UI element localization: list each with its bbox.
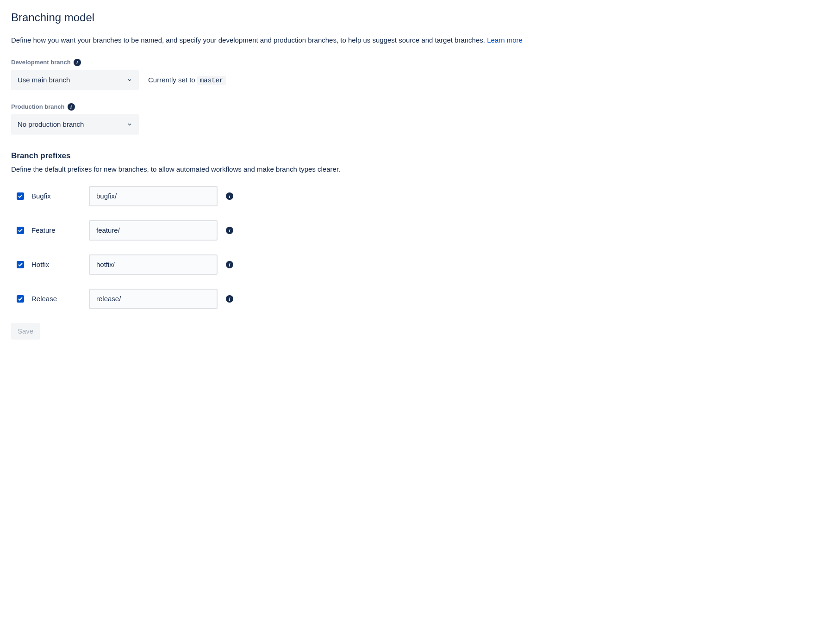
branch-prefixes-description: Define the default prefixes for new bran… xyxy=(11,165,824,173)
prefix-row-hotfix: Hotfix i xyxy=(11,254,824,275)
feature-checkbox[interactable] xyxy=(17,227,24,234)
save-button[interactable]: Save xyxy=(11,323,40,340)
development-branch-group: Development branch i Use main branch Cur… xyxy=(11,59,824,90)
prefix-row-bugfix: Bugfix i xyxy=(11,186,824,206)
prefix-row-release: Release i xyxy=(11,289,824,309)
development-branch-label-row: Development branch i xyxy=(11,59,824,66)
hotfix-checkbox[interactable] xyxy=(17,261,24,268)
currently-prefix: Currently set to xyxy=(148,76,197,84)
production-branch-selected: No production branch xyxy=(18,120,84,128)
hotfix-input[interactable] xyxy=(89,254,218,275)
bugfix-input[interactable] xyxy=(89,186,218,206)
feature-input[interactable] xyxy=(89,220,218,241)
production-branch-label-row: Production branch i xyxy=(11,103,824,111)
currently-value: master xyxy=(197,76,226,85)
currently-set-to: Currently set to master xyxy=(148,76,226,84)
development-branch-select[interactable]: Use main branch xyxy=(11,70,139,90)
info-icon[interactable]: i xyxy=(226,192,233,200)
learn-more-link[interactable]: Learn more xyxy=(487,36,523,44)
info-icon[interactable]: i xyxy=(226,295,233,303)
release-input[interactable] xyxy=(89,289,218,309)
development-branch-label: Development branch xyxy=(11,59,71,66)
production-branch-group: Production branch i No production branch xyxy=(11,103,824,135)
release-label: Release xyxy=(31,295,89,303)
info-icon[interactable]: i xyxy=(226,227,233,234)
bugfix-checkbox[interactable] xyxy=(17,192,24,200)
release-checkbox[interactable] xyxy=(17,295,24,303)
chevron-down-icon xyxy=(127,77,132,83)
prefix-list: Bugfix i Feature i Hotfix xyxy=(11,186,824,309)
info-icon[interactable]: i xyxy=(226,261,233,268)
prefix-row-feature: Feature i xyxy=(11,220,824,241)
bugfix-label: Bugfix xyxy=(31,192,89,200)
development-branch-selected: Use main branch xyxy=(18,76,70,84)
info-icon[interactable]: i xyxy=(68,103,75,111)
description-text: Define how you want your branches to be … xyxy=(11,36,487,44)
development-branch-row: Use main branch Currently set to master xyxy=(11,70,824,90)
feature-label: Feature xyxy=(31,226,89,234)
chevron-down-icon xyxy=(127,122,132,127)
production-branch-select[interactable]: No production branch xyxy=(11,114,139,135)
branch-prefixes-heading: Branch prefixes xyxy=(11,151,824,161)
page-title: Branching model xyxy=(11,11,824,24)
hotfix-label: Hotfix xyxy=(31,260,89,268)
page-description: Define how you want your branches to be … xyxy=(11,35,557,46)
production-branch-label: Production branch xyxy=(11,103,65,110)
info-icon[interactable]: i xyxy=(74,59,81,66)
